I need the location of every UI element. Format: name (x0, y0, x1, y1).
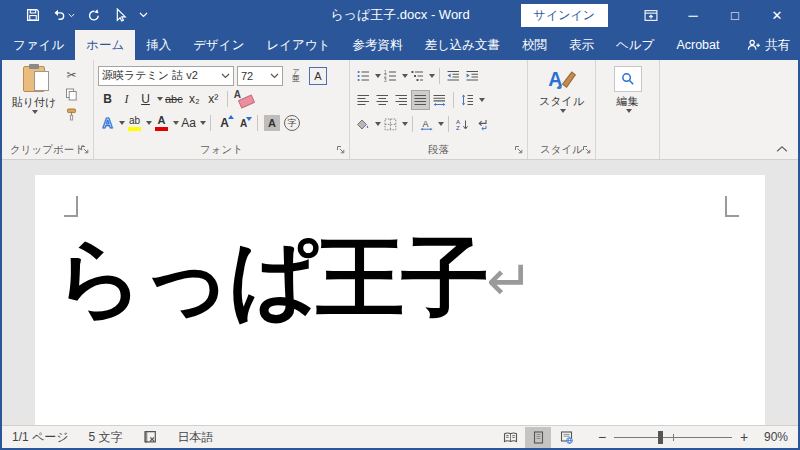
tab-home[interactable]: ホーム (75, 30, 135, 60)
tab-references[interactable]: 参考資料 (341, 30, 413, 60)
document-text[interactable]: らっぱ王子 (55, 228, 486, 327)
read-mode-button[interactable] (497, 427, 523, 448)
tab-layout[interactable]: レイアウト (255, 30, 341, 60)
strikethrough-button[interactable]: abc (163, 89, 185, 109)
bold-button[interactable]: B (98, 89, 117, 109)
change-case-dropdown[interactable] (200, 121, 206, 125)
highlight-color-button[interactable]: ab (125, 113, 144, 133)
tab-acrobat[interactable]: Acrobat (665, 30, 730, 60)
close-button[interactable]: ✕ (756, 0, 798, 30)
editing-dropdown[interactable] (626, 109, 632, 113)
tab-insert[interactable]: 挿入 (135, 30, 182, 60)
zoom-out-button[interactable]: − (597, 429, 607, 445)
multilevel-list-button[interactable] (408, 66, 427, 86)
justify-button[interactable] (411, 90, 430, 110)
asian-layout-dropdown[interactable] (438, 122, 444, 126)
touch-mouse-mode-icon[interactable] (113, 8, 127, 23)
clipboard-dialog-launcher[interactable] (80, 145, 90, 155)
borders-dropdown[interactable] (402, 122, 408, 126)
zoom-in-button[interactable]: + (739, 429, 749, 445)
page-number-status[interactable]: 1/1 ページ (12, 429, 69, 446)
line-spacing-button[interactable] (458, 90, 477, 110)
print-layout-button[interactable] (525, 427, 551, 448)
styles-dropdown[interactable] (560, 109, 566, 113)
styles-dialog-launcher[interactable] (582, 145, 592, 155)
clear-formatting-button[interactable]: A (232, 89, 256, 109)
redo-icon[interactable] (87, 8, 101, 22)
numbering-button[interactable] (381, 66, 400, 86)
zoom-slider-handle[interactable] (658, 431, 663, 444)
tab-design[interactable]: デザイン (182, 30, 255, 60)
styles-button[interactable]: スタイル (528, 64, 595, 113)
proofing-errors-icon[interactable] (143, 430, 158, 444)
character-shading-button[interactable]: A (262, 113, 282, 133)
print-layout-icon (531, 431, 546, 444)
italic-button[interactable]: I (117, 89, 136, 109)
asian-layout-button[interactable] (417, 114, 436, 134)
document-page[interactable]: らっぱ王子↵ (35, 175, 765, 425)
language-status[interactable]: 日本語 (178, 429, 214, 446)
font-name-combobox[interactable]: 源暎ラテミン 詰 v2 (98, 66, 234, 86)
phonetic-guide-button[interactable]: ア亜 (286, 66, 306, 86)
group-editing: 編集 (596, 60, 660, 159)
eraser-icon: A (234, 90, 254, 108)
borders-button[interactable] (381, 114, 400, 134)
format-painter-button[interactable] (62, 106, 81, 123)
align-right-button[interactable] (392, 90, 411, 110)
underline-button[interactable]: U (136, 89, 155, 109)
enclose-characters-button[interactable]: 字 (282, 113, 302, 133)
shrink-font-button[interactable]: A (234, 113, 253, 133)
web-layout-button[interactable] (553, 427, 579, 448)
multilevel-dropdown[interactable] (429, 74, 435, 78)
show-formatting-marks-button[interactable] (472, 114, 491, 134)
paste-dropdown[interactable] (32, 110, 38, 114)
format-painter-icon (65, 108, 78, 121)
character-border-button[interactable]: A (309, 67, 327, 85)
editing-button[interactable]: 編集 (596, 64, 659, 113)
ribbon-display-options-icon[interactable] (630, 0, 672, 30)
group-clipboard: 貼り付け ✂ クリップボード (2, 60, 94, 159)
share-button[interactable]: 共有 (747, 37, 790, 54)
paste-button[interactable]: 貼り付け (8, 64, 60, 114)
word-count-status[interactable]: 5 文字 (89, 429, 123, 446)
line-spacing-dropdown[interactable] (479, 98, 485, 102)
tab-file[interactable]: ファイル (2, 30, 75, 60)
font-size-combobox[interactable]: 72 (237, 66, 283, 86)
align-center-button[interactable] (373, 90, 392, 110)
text-effects-button[interactable]: A (98, 113, 117, 133)
grow-font-button[interactable]: A (215, 113, 234, 133)
font-color-button[interactable]: A (152, 113, 171, 133)
font-dialog-launcher[interactable] (336, 145, 346, 155)
customize-qat-icon[interactable] (139, 12, 148, 18)
ribbon-home: 貼り付け ✂ クリップボード 源暎ラテミン 詰 v2 (2, 60, 798, 160)
undo-icon[interactable] (52, 8, 75, 22)
paragraph-dialog-launcher[interactable] (514, 145, 524, 155)
minimize-button[interactable]: ─ (672, 0, 714, 30)
align-left-button[interactable] (354, 90, 373, 110)
change-case-button[interactable]: Aa (179, 113, 198, 133)
maximize-button[interactable]: □ (714, 0, 756, 30)
collapse-ribbon-icon[interactable] (776, 145, 788, 153)
zoom-slider[interactable] (614, 437, 732, 438)
word-window: らっぱ王子.docx - Word サインイン ─ □ ✕ ファイル ホーム 挿… (2, 0, 798, 448)
decrease-indent-button[interactable] (444, 66, 463, 86)
bullets-button[interactable] (354, 66, 373, 86)
save-icon[interactable] (26, 8, 40, 22)
superscript-button[interactable]: x² (204, 89, 223, 109)
tab-review[interactable]: 校閲 (511, 30, 558, 60)
sort-button[interactable] (453, 114, 472, 134)
zoom-percentage[interactable]: 90% (756, 430, 788, 444)
character-width-icon (420, 118, 433, 131)
tab-view[interactable]: 表示 (558, 30, 605, 60)
increase-indent-button[interactable] (463, 66, 482, 86)
copy-button[interactable] (62, 86, 81, 103)
distribute-button[interactable] (430, 90, 449, 110)
sign-in-button[interactable]: サインイン (521, 4, 608, 27)
subscript-button[interactable]: x₂ (185, 89, 204, 109)
tab-mailings[interactable]: 差し込み文書 (413, 30, 511, 60)
document-text-line[interactable]: らっぱ王子↵ (55, 227, 533, 328)
shading-button[interactable] (354, 114, 373, 134)
cut-button[interactable]: ✂ (62, 66, 81, 83)
tell-me-button[interactable]: 操作アシス (730, 37, 733, 54)
tab-help[interactable]: ヘルプ (605, 30, 665, 60)
